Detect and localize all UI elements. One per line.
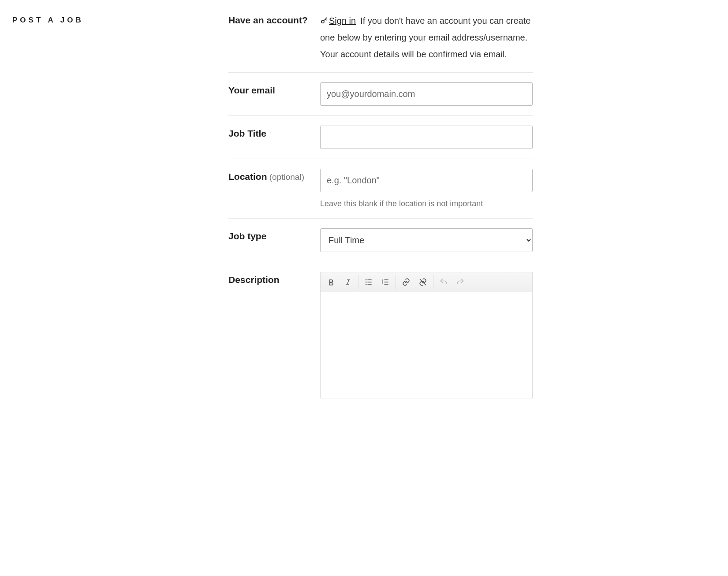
email-input[interactable] [320, 82, 533, 106]
job-title-input[interactable] [320, 126, 533, 149]
bold-button[interactable] [323, 274, 339, 290]
svg-rect-6 [368, 284, 372, 285]
email-label-col: Your email [228, 82, 320, 106]
job-type-row: Job type Full Time [228, 219, 533, 262]
account-label: Have an account? [228, 15, 308, 25]
svg-point-3 [366, 282, 367, 283]
svg-rect-10 [385, 282, 388, 282]
svg-point-1 [366, 279, 367, 281]
description-row: Description [228, 262, 533, 408]
bulleted-list-button[interactable] [361, 274, 377, 290]
location-label: Location [228, 171, 267, 182]
description-textarea[interactable] [321, 292, 532, 398]
location-hint: Leave this blank if the location is not … [320, 199, 533, 208]
email-row: Your email [228, 73, 533, 116]
signin-link[interactable]: Sign in [329, 16, 356, 26]
svg-rect-8 [385, 279, 388, 280]
key-icon [320, 17, 328, 25]
job-type-label-col: Job type [228, 228, 320, 252]
page-title: Post a Job [12, 16, 228, 25]
editor-toolbar: 123 [321, 272, 532, 292]
svg-rect-2 [368, 279, 372, 280]
location-input[interactable] [320, 169, 533, 192]
account-content: Sign inIf you don't have an account you … [320, 12, 533, 63]
redo-button[interactable] [452, 274, 468, 290]
sidebar: Post a Job [12, 12, 228, 408]
account-label-col: Have an account? [228, 12, 320, 63]
location-optional: (optional) [267, 172, 305, 182]
numbered-list-button[interactable]: 123 [377, 274, 393, 290]
toolbar-separator [433, 275, 433, 289]
link-button[interactable] [398, 274, 414, 290]
unlink-button[interactable] [415, 274, 431, 290]
location-label-col: Location (optional) [228, 169, 320, 208]
job-type-label: Job type [228, 231, 266, 241]
svg-text:3: 3 [382, 283, 384, 286]
job-type-select[interactable]: Full Time [320, 228, 533, 252]
job-form: Have an account? Sign inIf you don't hav… [228, 12, 533, 408]
undo-button[interactable] [436, 274, 452, 290]
job-title-label: Job Title [228, 128, 266, 138]
job-title-row: Job Title [228, 116, 533, 159]
location-row: Location (optional) Leave this blank if … [228, 159, 533, 219]
italic-button[interactable] [340, 274, 356, 290]
email-label: Your email [228, 85, 275, 95]
svg-rect-12 [385, 284, 388, 285]
description-label: Description [228, 275, 280, 285]
toolbar-separator [396, 275, 396, 289]
account-row: Have an account? Sign inIf you don't hav… [228, 12, 533, 73]
svg-point-5 [366, 284, 367, 285]
rich-text-editor: 123 [320, 272, 533, 398]
description-label-col: Description [228, 272, 320, 398]
toolbar-separator [358, 275, 358, 289]
job-title-label-col: Job Title [228, 126, 320, 149]
svg-rect-4 [368, 282, 372, 282]
